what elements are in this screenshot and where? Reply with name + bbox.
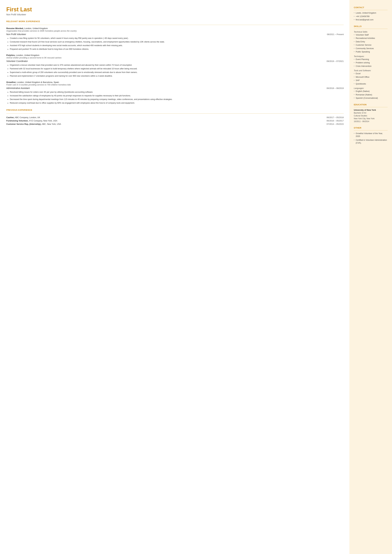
applicant-name: First Last (6, 6, 344, 13)
tools-label: Tools and Software: (354, 70, 388, 72)
prev-exp-row-2: Fundraising Volunteer, XYZ Company, New … (6, 119, 344, 122)
technical-skills-list: Volunteer Staff Recreational Activities … (354, 34, 388, 53)
languages-list: English (Native) Romanian (Native) Spani… (354, 90, 388, 100)
contact-list: Leeds, United Kingdom +44 123456789 firs… (354, 12, 388, 21)
technical-skills-label: Technical Skills: (354, 31, 388, 33)
bullet-list-2: Organized a rescue volunteer team that p… (6, 64, 344, 77)
company-desc-2: Animal shelter providing a second home t… (6, 57, 344, 59)
company-name-2: Polyhire, London, United Kingdom (6, 54, 344, 56)
job-block-3: Growthsi, London, United Kingdom & Barce… (6, 81, 344, 105)
role-dates-3: 06/2018 – 08/2019 (327, 87, 344, 89)
prev-role-2: Fundraising Volunteer, XYZ Company, New … (6, 119, 263, 122)
tool-quickbooks: Quickbooks (354, 83, 388, 85)
education-block: University of New York Bachelor of Art C… (354, 109, 388, 123)
bullet-1-1: Created a new filing system for 5K volun… (10, 37, 344, 40)
bullet-3-1: Resolved billing issues for orders over … (10, 91, 344, 93)
role-dates-2: 09/2019 – 07/2021 (327, 60, 344, 62)
techniques-list: Event Planning Problem solving Crisis In… (354, 58, 388, 68)
contact-item-phone: +44 123456789 (354, 15, 388, 18)
role-dates-1: 08/2021 – Present (327, 33, 344, 35)
lang-english: English (Native) (354, 90, 388, 93)
role-title-1: Non Profit Volunteer (6, 33, 26, 35)
technique-problem-solving: Problem solving (354, 61, 388, 64)
company-name-1: Resume Worded, London, United Kingdom (6, 27, 344, 29)
role-row-2: Volunteer Coordinator 09/2019 – 07/2021 (6, 60, 344, 62)
bullet-2-2: Partnered with 32 local businesses for s… (10, 67, 344, 70)
skill-recreational: Recreational Activities (354, 37, 388, 40)
edu-location: New York City, New York (354, 117, 388, 120)
bullet-2-3: Supervised a multi-ethnic group of 200 v… (10, 71, 344, 74)
prev-dates-2: 06/2016 – 05/2017 (263, 119, 344, 122)
skill-community-services: Community Services (354, 47, 388, 50)
prev-exp-row-1: Cashier, ABC Company, London, UK 06/2017… (6, 116, 344, 119)
job-block-1: Resume Worded, London, United Kingdom Or… (6, 27, 344, 51)
bullet-2-1: Organized a rescue volunteer team that p… (10, 64, 344, 66)
bullet-3-3: Decreased the time spent during departme… (10, 98, 344, 101)
bullet-3-4: Reduced company overhead due to office s… (10, 102, 344, 104)
role-row-3: Administrative Assistant 06/2018 – 08/20… (6, 87, 344, 89)
bullet-2-4: Planned and implemented 17 orientation p… (10, 75, 344, 77)
skill-data-entry: Data Entry (354, 40, 388, 43)
main-column: First Last Non Profit Volunteer RELEVANT… (0, 0, 349, 554)
lang-romanian: Romanian (Native) (354, 93, 388, 96)
previous-exp-title: PREVIOUS EXPERIENCE (6, 109, 344, 111)
other-list: Growthsi Volunteer of the Year, 2020 Cer… (354, 132, 388, 145)
company-name-3: Growthsi, London, United Kingdom & Barce… (6, 81, 344, 83)
bullet-1-2: Conducted research that found 124 free l… (10, 40, 344, 43)
applicant-subtitle: Non Profit Volunteer (6, 13, 344, 16)
skill-public-speaking: Public Speaking (354, 50, 388, 53)
sidebar-divider-skills (354, 29, 388, 29)
techniques-label: Techniques: (354, 55, 388, 57)
other-item-2: Certified in Volunteer Administration (C… (354, 139, 388, 144)
company-desc-3: Foster care in 3 counties providing serv… (6, 84, 344, 86)
prev-dates-1: 06/2017 – 05/2018 (263, 116, 344, 119)
prev-role-3: Customer Service Rep, (Internship), ABC,… (6, 122, 263, 126)
contact-item-location: Leeds, United Kingdom (354, 12, 388, 14)
prev-role-1: Cashier, ABC Company, London, UK (6, 116, 263, 119)
skill-volunteer-staff: Volunteer Staff (354, 34, 388, 36)
tool-microsoft-office: Microsoft Office (354, 76, 388, 79)
lang-spanish: Spanish (Conversational) (354, 97, 388, 100)
tool-sap: SAP (354, 79, 388, 82)
relevant-work-title: RELEVANT WORK EXPERIENCE (6, 20, 344, 23)
edu-degree: Bachelor of Art (354, 112, 388, 114)
role-row-1: Non Profit Volunteer 08/2021 – Present (6, 33, 344, 35)
other-title: OTHER (354, 127, 388, 129)
edu-field: Cultural Studies (354, 114, 388, 117)
bullet-1-4: Prepared and pushed 76 carts to distribu… (10, 48, 344, 50)
skills-title: SKILLS (354, 25, 388, 28)
prev-dates-3: 07/2014 – 05/2015 (263, 122, 344, 126)
role-title-3: Administrative Assistant (6, 87, 30, 89)
role-title-2: Volunteer Coordinator (6, 60, 28, 62)
education-title: EDUCATION (354, 104, 388, 106)
prev-exp-row-3: Customer Service Rep, (Internship), ABC,… (6, 122, 344, 126)
bullet-list-1: Created a new filing system for 5K volun… (6, 37, 344, 51)
bullet-1-3: Assisted 470 high school students in dev… (10, 44, 344, 47)
tool-excel: Excel (354, 72, 388, 75)
bullet-list-3: Resolved billing issues for orders over … (6, 91, 344, 105)
edu-dates: 10/2011 - 06/2014 (354, 120, 388, 123)
company-desc-1: Organization that provides services to 3… (6, 30, 344, 32)
sidebar-column: CONTACT Leeds, United Kingdom +44 123456… (349, 0, 392, 554)
bullet-3-2: Increased the satisfaction ratings of em… (10, 94, 344, 97)
technique-crisis-intervention: Crisis Intervention (354, 65, 388, 68)
contact-title: CONTACT (354, 6, 388, 9)
previous-exp-table: Cashier, ABC Company, London, UK 06/2017… (6, 116, 344, 126)
skill-customer-service: Customer Service (354, 44, 388, 47)
technique-event-planning: Event Planning (354, 58, 388, 61)
tools-list: Excel Microsoft Office SAP Quickbooks (354, 72, 388, 85)
languages-label: Languages: (354, 87, 388, 89)
job-block-2: Polyhire, London, United Kingdom Animal … (6, 54, 344, 77)
contact-item-email: first.last@gmail.com (354, 19, 388, 21)
other-item-1: Growthsi Volunteer of the Year, 2020 (354, 132, 388, 138)
sidebar-divider-contact (354, 10, 388, 10)
edu-university: University of New York (354, 109, 388, 111)
